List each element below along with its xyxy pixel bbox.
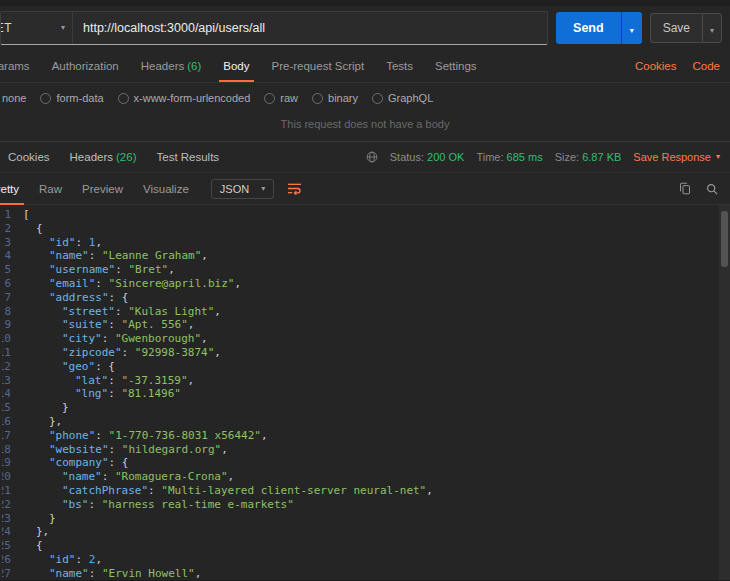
line-number: 25	[2, 539, 11, 553]
status-value: 200 OK	[427, 151, 464, 163]
size-value: 6.87 KB	[582, 151, 621, 163]
tab-authorization[interactable]: Authorization	[41, 51, 130, 81]
body-type-binary[interactable]: binary	[312, 92, 358, 104]
tab-tests[interactable]: Tests	[375, 51, 424, 81]
body-type-label: binary	[328, 92, 358, 104]
line-number: 15	[2, 401, 11, 415]
code-line: "catchPhrase": "Multi-layered client-ser…	[23, 484, 730, 498]
scrollbar[interactable]	[719, 205, 730, 580]
line-number: 11	[2, 346, 11, 360]
send-dropdown[interactable]: ▾	[621, 12, 642, 44]
response-body-viewer[interactable]: 1234567891011121314151617181920212223242…	[0, 205, 730, 580]
code-line: "bs": "harness real-time e-markets"	[23, 498, 730, 512]
send-button-group: Send ▾	[556, 12, 642, 44]
code-line: "name": "Ervin Howell",	[23, 567, 730, 580]
line-number: 24	[2, 525, 11, 539]
tab-headers-label: Headers	[141, 60, 184, 72]
body-type-graphql[interactable]: GraphQL	[372, 92, 433, 104]
code-line: "address": {	[23, 291, 730, 305]
wrap-lines-icon[interactable]	[287, 182, 302, 195]
line-number: 12	[2, 360, 11, 374]
code-link[interactable]: Code	[693, 60, 721, 72]
send-button[interactable]: Send	[556, 12, 621, 44]
response-toolbar: Pretty Raw Preview Visualize JSON ▾	[0, 172, 730, 205]
chevron-down-icon: ▾	[261, 185, 265, 193]
save-response-button[interactable]: Save Response▾	[633, 151, 720, 163]
empty-body-message: This request does not have a body	[0, 113, 730, 141]
line-number: 9	[2, 318, 11, 332]
body-type-urlencoded[interactable]: x-www-form-urlencoded	[118, 92, 251, 104]
tab-headers[interactable]: Headers(6)	[130, 51, 213, 81]
response-headers-label: Headers	[70, 151, 113, 163]
network-icon[interactable]	[366, 151, 378, 163]
view-tab-raw[interactable]: Raw	[29, 174, 72, 204]
radio-icon	[312, 93, 323, 104]
line-number: 20	[2, 470, 11, 484]
view-tab-pretty[interactable]: Pretty	[0, 174, 29, 204]
line-number: 6	[2, 277, 11, 291]
line-number: 5	[2, 263, 11, 277]
code-line: },	[23, 415, 730, 429]
toolbar-right-icons	[679, 182, 718, 195]
code-line: "geo": {	[23, 360, 730, 374]
code-line: "lng": "81.1496"	[23, 387, 730, 401]
code-lines: [{"id": 1,"name": "Leanne Graham","usern…	[11, 208, 730, 580]
response-tab-test-results[interactable]: Test Results	[156, 151, 219, 163]
method-label: GET	[0, 21, 12, 35]
code-line: "zipcode": "92998-3874",	[23, 346, 730, 360]
response-tab-cookies[interactable]: Cookies	[8, 151, 50, 163]
cookies-link[interactable]: Cookies	[635, 60, 677, 72]
body-type-none[interactable]: none	[0, 92, 26, 104]
view-tab-preview[interactable]: Preview	[72, 174, 133, 204]
url-input[interactable]: http://localhost:3000/api/users/all	[73, 12, 547, 44]
line-number: 2	[2, 222, 11, 236]
scrollbar-thumb[interactable]	[721, 211, 728, 267]
view-tab-visualize[interactable]: Visualize	[133, 174, 199, 204]
line-number: 16	[2, 415, 11, 429]
request-tabs: Params Authorization Headers(6) Body Pre…	[0, 50, 730, 83]
size-badge: Size: 6.87 KB	[555, 151, 622, 163]
save-dropdown[interactable]: ▾	[702, 13, 722, 43]
response-headers-count-badge: (26)	[116, 151, 136, 163]
line-number: 10	[2, 332, 11, 346]
line-number: 14	[2, 387, 11, 401]
code-line: "name": "Leanne Graham",	[23, 249, 730, 263]
url-text: http://localhost:3000/api/users/all	[83, 21, 265, 35]
line-number: 8	[2, 305, 11, 319]
tab-body[interactable]: Body	[212, 51, 260, 81]
code-line: "id": 2,	[23, 553, 730, 567]
tab-params[interactable]: Params	[0, 51, 41, 81]
body-type-raw[interactable]: raw	[264, 92, 298, 104]
code-line: "id": 1,	[23, 236, 730, 250]
search-icon[interactable]	[706, 183, 718, 195]
time-label: Time:	[476, 151, 503, 163]
save-button[interactable]: Save	[650, 13, 702, 43]
body-type-label: GraphQL	[388, 92, 433, 104]
method-dropdown[interactable]: GET ▾	[1, 12, 73, 44]
response-tabs: Cookies Headers(26) Test Results	[8, 151, 219, 163]
line-number: 1	[2, 208, 11, 222]
body-type-form-data[interactable]: form-data	[40, 92, 103, 104]
chevron-down-icon: ▾	[630, 26, 634, 35]
code-line: },	[23, 525, 730, 539]
line-number: 22	[2, 498, 11, 512]
code-line: "email": "Sincere@april.biz",	[23, 277, 730, 291]
format-dropdown[interactable]: JSON ▾	[211, 179, 274, 199]
code-line: "phone": "1-770-736-8031 x56442",	[23, 429, 730, 443]
code-line: }	[23, 401, 730, 415]
body-type-label: x-www-form-urlencoded	[134, 92, 251, 104]
radio-icon	[264, 93, 275, 104]
body-type-label: none	[2, 92, 26, 104]
line-number: 7	[2, 291, 11, 305]
response-metrics: Status: 200 OK Time: 685 ms Size: 6.87 K…	[366, 151, 720, 163]
line-number: 18	[2, 443, 11, 457]
code-line: "name": "Romaguera-Crona",	[23, 470, 730, 484]
tab-prerequest-script[interactable]: Pre-request Script	[261, 51, 376, 81]
line-number: 27	[2, 567, 11, 580]
response-tab-headers[interactable]: Headers(26)	[70, 151, 137, 163]
tab-settings[interactable]: Settings	[424, 51, 488, 81]
code-line: {	[23, 222, 730, 236]
copy-icon[interactable]	[679, 182, 691, 195]
radio-icon	[372, 93, 383, 104]
code-line: }	[23, 512, 730, 526]
